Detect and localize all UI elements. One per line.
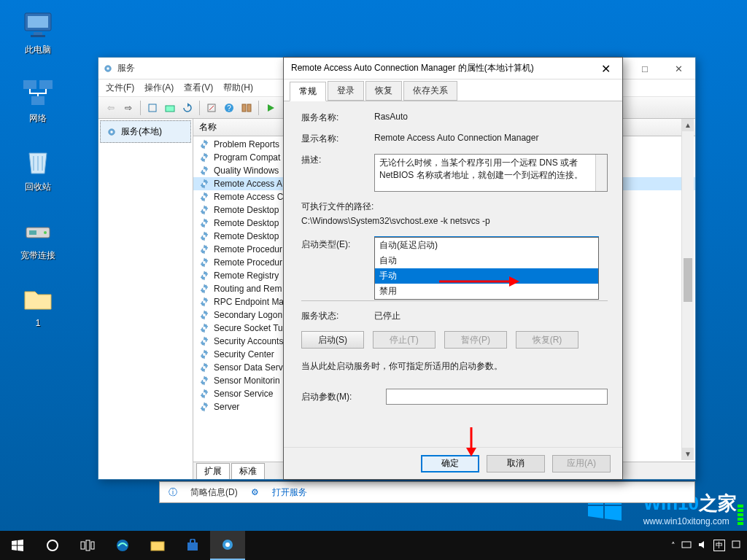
open-services-link[interactable]: 打开服务 <box>272 486 307 499</box>
menu-help[interactable]: 帮助(H) <box>223 82 253 94</box>
svg-point-27 <box>203 222 206 225</box>
desktop-icon-thispc[interactable]: 此电脑 <box>10 7 66 56</box>
start-button[interactable]: 启动(S) <box>301 331 364 349</box>
chevron-up-icon[interactable]: ⓘ <box>169 486 177 499</box>
gear-icon <box>199 218 209 228</box>
menu-view[interactable]: 查看(V) <box>184 82 213 94</box>
desktop-icon-dialup[interactable]: 宽带连接 <box>10 213 66 262</box>
desktop-icon-folder[interactable]: 1 <box>10 281 66 328</box>
desktop-icon-recyclebin[interactable]: 回收站 <box>10 144 66 193</box>
svg-rect-47 <box>91 542 94 549</box>
start-button[interactable] <box>0 531 35 560</box>
service-name: Quality Windows <box>214 166 279 176</box>
service-name: Secure Socket Tu <box>214 323 283 333</box>
menu-file[interactable]: 文件(F) <box>106 82 134 94</box>
explorer-icon[interactable] <box>140 531 175 560</box>
svg-rect-18 <box>247 104 251 112</box>
tray-volume-icon[interactable] <box>697 540 708 551</box>
tab-logon[interactable]: 登录 <box>328 81 364 101</box>
play-icon[interactable] <box>263 100 279 116</box>
scroll-down-icon[interactable]: ▼ <box>682 448 694 460</box>
maximize-button[interactable]: □ <box>628 58 662 79</box>
svg-point-52 <box>225 542 230 547</box>
toolbar-btn[interactable] <box>204 100 220 116</box>
tray-ime-icon[interactable]: 中 <box>713 540 725 551</box>
svg-point-9 <box>44 231 47 234</box>
network-icon <box>20 76 55 111</box>
taskview-icon[interactable] <box>70 531 105 560</box>
tab-general[interactable]: 常规 <box>290 82 326 101</box>
service-name: Sensor Service <box>214 389 273 399</box>
svg-point-34 <box>203 314 206 316</box>
startup-type-dropdown[interactable]: 自动(延迟启动)自动手动禁用 <box>374 237 599 300</box>
svg-point-33 <box>203 300 206 303</box>
desktop-icon-label: 回收站 <box>10 181 66 193</box>
help-icon[interactable]: ? <box>221 100 237 116</box>
value-exe-path: C:\Windows\System32\svchost.exe -k netsv… <box>301 216 608 226</box>
gear-icon <box>199 152 209 163</box>
recycle-bin-icon <box>20 144 55 179</box>
ok-button[interactable]: 确定 <box>421 455 479 472</box>
gear-icon <box>199 139 209 149</box>
scroll-thumb[interactable] <box>684 258 692 302</box>
menu-action[interactable]: 操作(A) <box>144 82 174 94</box>
svg-rect-17 <box>242 104 246 112</box>
toolbar-btn[interactable] <box>239 100 255 116</box>
desktop-icon-label: 1 <box>10 318 66 328</box>
svg-rect-2 <box>34 32 42 35</box>
tray-chevron-up-icon[interactable]: ˄ <box>671 541 676 551</box>
edge-icon[interactable] <box>105 531 140 560</box>
toolbar-btn[interactable] <box>162 100 178 116</box>
audio-meter-icon <box>738 505 745 526</box>
tab-recovery[interactable]: 恢复 <box>365 81 402 101</box>
properties-titlebar[interactable]: Remote Access Auto Connection Manager 的属… <box>284 58 622 79</box>
description-scrollbar[interactable] <box>595 155 607 191</box>
tab-extended[interactable]: 扩展 <box>196 463 230 479</box>
gear-icon <box>199 336 209 346</box>
description-textbox[interactable]: 无论什么时候，当某个程序引用一个远程 DNS 或者 NetBIOS 名称或者地址… <box>374 154 608 192</box>
cancel-button[interactable]: 取消 <box>487 455 545 472</box>
label-startup-type: 启动类型(E): <box>301 238 374 251</box>
svg-point-11 <box>107 67 109 70</box>
desktop-icon-label: 宽带连接 <box>10 249 66 262</box>
label-service-status: 服务状态: <box>301 310 374 322</box>
resume-button: 恢复(R) <box>516 331 578 349</box>
tree-node-label: 服务(本地) <box>121 125 162 138</box>
tray-network-icon[interactable] <box>681 540 692 551</box>
system-tray[interactable]: ˄ 中 <box>665 540 747 551</box>
forward-icon[interactable]: ⇨ <box>120 100 136 116</box>
toolbar-btn[interactable] <box>144 100 160 116</box>
gear-icon <box>199 376 209 386</box>
store-icon[interactable] <box>175 531 210 560</box>
gear-icon <box>199 271 209 281</box>
tree-node-services-local[interactable]: 服务(本地) <box>100 120 191 143</box>
tab-dependencies[interactable]: 依存关系 <box>403 81 457 101</box>
close-button[interactable]: ✕ <box>589 58 622 79</box>
cortana-icon[interactable] <box>35 531 70 560</box>
svg-point-24 <box>203 182 206 185</box>
tab-standard[interactable]: 标准 <box>231 463 265 479</box>
service-name: Problem Reports <box>214 139 279 149</box>
vertical-scrollbar[interactable]: ▲ ▼ <box>681 119 694 460</box>
service-name: Remote Desktop <box>214 205 279 215</box>
start-params-input[interactable] <box>386 389 608 405</box>
service-name: Server <box>214 402 239 412</box>
dropdown-option[interactable]: 自动(延迟启动) <box>375 238 598 253</box>
close-button[interactable]: ✕ <box>662 58 695 79</box>
gear-icon <box>199 244 209 254</box>
settings-icon[interactable] <box>210 531 245 560</box>
watermark-brand2: 之家 <box>699 492 737 514</box>
tray-notifications-icon[interactable] <box>731 540 741 551</box>
desktop-icon-network[interactable]: 网络 <box>10 76 66 125</box>
svg-rect-1 <box>28 16 48 28</box>
properties-title: Remote Access Auto Connection Manager 的属… <box>291 62 534 74</box>
brief-info-link[interactable]: 简略信息(D) <box>190 486 238 499</box>
service-name: Remote Procedur <box>214 244 282 254</box>
apply-button: 应用(A) <box>552 455 611 472</box>
dropdown-option[interactable]: 自动 <box>375 253 598 268</box>
service-name: Remote Registry <box>214 271 279 281</box>
back-icon[interactable]: ⇦ <box>103 100 119 116</box>
gear-icon <box>199 362 209 373</box>
refresh-icon[interactable] <box>179 100 196 116</box>
scroll-up-icon[interactable]: ▲ <box>682 119 694 131</box>
